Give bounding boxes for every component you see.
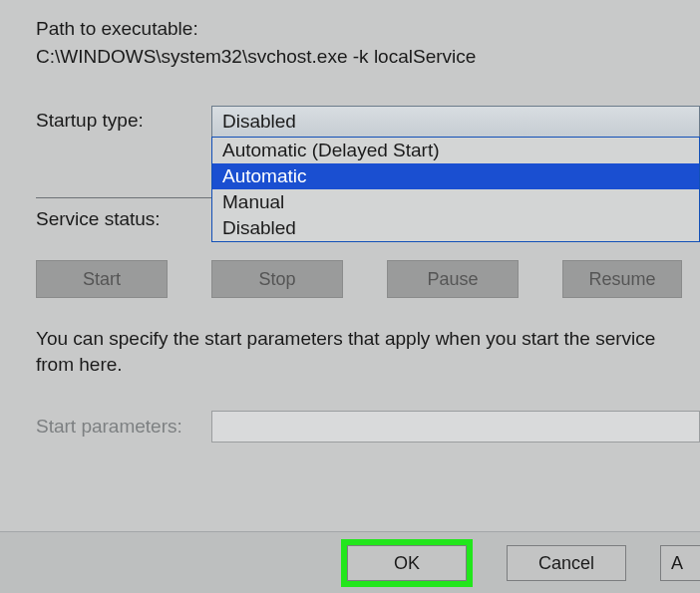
start-button[interactable]: Start [36, 260, 168, 298]
pause-button[interactable]: Pause [387, 260, 519, 298]
startup-type-combo[interactable]: Disabled Automatic (Delayed Start) Autom… [211, 106, 700, 138]
start-parameters-label: Start parameters: [36, 416, 211, 438]
dialog-button-bar: OK Cancel A [0, 531, 700, 593]
help-text: You can specify the start parameters tha… [36, 326, 700, 377]
cancel-button[interactable]: Cancel [507, 545, 626, 581]
startup-option-manual[interactable]: Manual [212, 189, 699, 215]
start-parameters-row: Start parameters: [36, 411, 700, 443]
stop-button[interactable]: Stop [211, 260, 343, 298]
resume-button[interactable]: Resume [562, 260, 682, 298]
startup-option-disabled[interactable]: Disabled [212, 215, 699, 241]
path-value: C:\WINDOWS\system32\svchost.exe -k local… [36, 46, 700, 68]
divider [36, 197, 211, 198]
apply-button[interactable]: A [660, 545, 700, 581]
startup-type-label: Startup type: [36, 106, 211, 132]
service-properties-dialog: Path to executable: C:\WINDOWS\system32\… [0, 0, 700, 443]
startup-option-automatic[interactable]: Automatic [212, 163, 699, 189]
ok-highlight: OK [341, 539, 473, 587]
path-label: Path to executable: [36, 18, 700, 40]
service-control-buttons: Start Stop Pause Resume [36, 260, 700, 298]
ok-button[interactable]: OK [347, 545, 467, 581]
startup-type-row: Startup type: Disabled Automatic (Delaye… [36, 106, 700, 138]
service-status-label: Service status: [36, 204, 211, 230]
startup-type-dropdown[interactable]: Automatic (Delayed Start) Automatic Manu… [211, 137, 700, 242]
start-parameters-input[interactable] [211, 411, 700, 443]
startup-option-delayed[interactable]: Automatic (Delayed Start) [212, 138, 699, 163]
startup-type-selected[interactable]: Disabled [211, 106, 700, 138]
